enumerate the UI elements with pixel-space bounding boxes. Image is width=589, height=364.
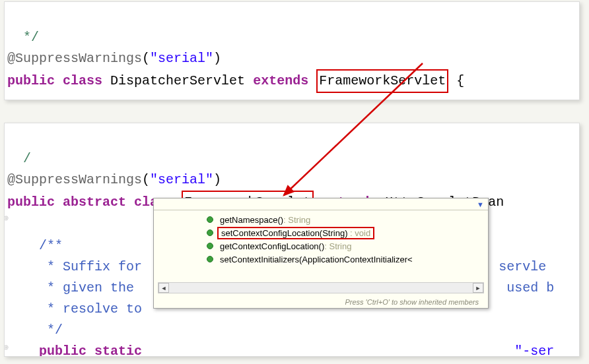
javadoc-l1a: * Suffix for (7, 259, 142, 274)
method-public-icon (207, 229, 213, 236)
javadoc-l2a: * given the (7, 280, 134, 295)
javadoc-l1b: servle (491, 259, 546, 274)
ac-return-type: : String (324, 241, 351, 251)
kw-class: class (63, 73, 102, 88)
paren-close: ) (213, 51, 221, 66)
autocomplete-item[interactable]: getNamespace() : String (154, 213, 488, 226)
ac-return-type: : void (348, 228, 371, 238)
kw-abstract: abstract (63, 195, 126, 210)
scroll-left-button[interactable]: ◄ (158, 283, 169, 293)
autocomplete-list: getNamespace() : String setContextConfig… (154, 210, 488, 268)
ac-method-name: getContextConfigLocation() (220, 241, 324, 251)
class-dispatcher: DispatcherServlet (110, 73, 245, 88)
ac-method-name: getNamespace() (220, 215, 283, 225)
ac-method-name: setContextConfigLocation(String) (221, 228, 348, 238)
highlight-frameworkservlet-top: FrameworkServlet (316, 69, 448, 93)
string-tail: "-ser (514, 344, 554, 357)
javadoc-l2b: used b (499, 280, 554, 295)
ac-method-name: setContextInitializers(ApplicationContex… (220, 255, 413, 264)
dropdown-arrow-icon[interactable]: ▼ (477, 200, 484, 208)
ac-return-type: : String (283, 215, 310, 225)
method-public-icon (207, 256, 213, 262)
autocomplete-item[interactable]: getContextConfigLocation() : String (154, 239, 488, 253)
javadoc-close: */ (7, 322, 63, 338)
paren-open-2: ( (142, 172, 150, 187)
horizontal-scrollbar[interactable]: ◄ ► (158, 282, 484, 293)
autocomplete-hint: Press 'Ctrl+O' to show inherited members (345, 298, 479, 306)
code-panel-top: */ @SuppressWarnings("serial") public cl… (4, 1, 580, 100)
highlight-setcontextconfig: setContextConfigLocation(String) : void (217, 227, 374, 239)
kw-public-2: public (7, 195, 55, 210)
autocomplete-item[interactable]: setContextInitializers(ApplicationContex… (154, 253, 488, 266)
kw-public: public (7, 73, 55, 88)
brace-open: { (448, 73, 464, 88)
javadoc-l3a: * resolve to (7, 301, 142, 317)
autocomplete-toolbar: ▼ (154, 198, 488, 210)
kw-static: static (94, 344, 142, 357)
kw-public-3: public (7, 344, 87, 357)
annotation-suppress: @SuppressWarnings (7, 51, 142, 66)
autocomplete-popup[interactable]: ▼ getNamespace() : String setContextConf… (153, 198, 489, 309)
gutter-collapse-icon-2[interactable]: ⊕ (4, 342, 9, 353)
method-public-icon (207, 216, 213, 223)
paren-close-2: ) (213, 172, 221, 187)
kw-extends: extends (253, 73, 308, 88)
annotation-suppress-2: @SuppressWarnings (7, 172, 142, 187)
scroll-right-button[interactable]: ► (473, 283, 483, 293)
javadoc-open: /** (7, 238, 63, 253)
string-serial: "serial" (150, 51, 213, 66)
string-serial-2: "serial" (150, 172, 213, 187)
paren-open: ( (142, 51, 150, 66)
comment-end: */ (7, 30, 39, 45)
autocomplete-item-selected[interactable]: setContextConfigLocation(String) : void (154, 226, 488, 239)
method-public-icon (207, 243, 213, 249)
gutter-collapse-icon[interactable]: ⊕ (4, 213, 9, 224)
comment-frag: / (7, 151, 31, 166)
